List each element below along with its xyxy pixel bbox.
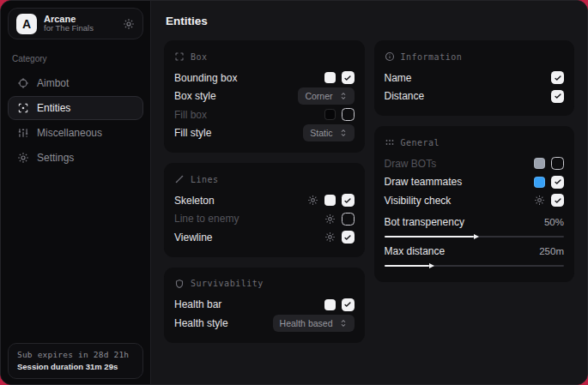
sliders-icon xyxy=(17,127,29,139)
setting-row-bounding-box: Bounding box xyxy=(174,69,355,87)
checkbox-unchecked[interactable] xyxy=(342,108,355,121)
sidebar-item-miscellaneous[interactable]: Miscellaneous xyxy=(8,121,143,145)
setting-row-fill-box: Fill box xyxy=(174,105,355,124)
info-icon xyxy=(385,51,395,62)
checkbox-unchecked[interactable] xyxy=(342,213,355,226)
gear-icon[interactable] xyxy=(324,214,336,225)
sidebar-item-entities[interactable]: Entities xyxy=(8,96,143,120)
setting-row-health-style: Health style Health based xyxy=(174,314,355,333)
card-title: Lines xyxy=(191,175,219,184)
lines-card: Lines Skeleton xyxy=(164,163,365,257)
gear-icon[interactable] xyxy=(534,195,545,206)
bot-transparency-slider-block: Bot transpenency 50% xyxy=(385,214,565,238)
max-distance-slider[interactable] xyxy=(385,265,565,267)
sidebar-item-settings[interactable]: Settings xyxy=(8,146,143,170)
subscription-status-card: Sub expires in 28d 21h Session duration … xyxy=(8,343,143,379)
app-subtitle: for The Finals xyxy=(44,24,94,33)
shield-icon xyxy=(174,279,185,289)
color-swatch[interactable] xyxy=(324,109,336,120)
checkbox-checked[interactable] xyxy=(551,90,564,103)
sidebar-item-aimbot[interactable]: Aimbot xyxy=(8,71,143,95)
setting-row-name: Name xyxy=(385,69,565,87)
main-content: Entities Box Bounding box xyxy=(151,1,587,384)
app-window: A Arcane for The Finals Category Aimbot … xyxy=(0,0,588,385)
setting-row-line-to-enemy: Line to enemy xyxy=(174,210,355,229)
sub-expiry-text: Sub expires in 28d 21h xyxy=(17,350,134,359)
diagonal-line-icon xyxy=(174,174,185,184)
box-card: Box Bounding box Box style xyxy=(164,40,365,153)
setting-row-health-bar: Health bar xyxy=(174,296,355,315)
checkbox-checked[interactable] xyxy=(551,176,564,189)
checkbox-checked[interactable] xyxy=(342,194,355,207)
survivability-card: Survivability Health bar Health style xyxy=(164,268,365,343)
card-title: Survivability xyxy=(191,279,264,288)
setting-row-visibility-check: Visibility check xyxy=(385,191,565,210)
sidebar-category-label: Category xyxy=(12,54,139,63)
bot-transparency-slider[interactable] xyxy=(385,236,565,238)
color-swatch[interactable] xyxy=(534,177,545,188)
setting-row-draw-teammates: Draw teammates xyxy=(385,173,565,192)
color-swatch[interactable] xyxy=(534,158,545,169)
gear-icon[interactable] xyxy=(324,232,336,243)
card-title: Information xyxy=(401,52,463,62)
card-title: Box xyxy=(191,52,208,62)
card-title: General xyxy=(401,138,440,147)
slider-value: 250m xyxy=(539,246,564,256)
setting-row-box-style: Box style Corner xyxy=(174,87,355,106)
information-card: Information Name Distance xyxy=(374,40,575,116)
slider-value: 50% xyxy=(544,217,564,227)
checkbox-checked[interactable] xyxy=(342,231,355,244)
checkbox-checked[interactable] xyxy=(342,71,355,84)
setting-row-draw-bots: Draw BOTs xyxy=(385,154,565,173)
color-swatch[interactable] xyxy=(324,299,336,310)
session-duration-text: Session duration 31m 29s xyxy=(17,362,134,371)
color-swatch[interactable] xyxy=(324,72,336,83)
checkbox-unchecked[interactable] xyxy=(551,157,564,170)
sidebar: A Arcane for The Finals Category Aimbot … xyxy=(1,1,151,384)
checkbox-checked[interactable] xyxy=(342,298,355,311)
setting-row-skeleton: Skeleton xyxy=(174,191,355,210)
grid-dots-icon xyxy=(385,137,395,147)
fill-style-dropdown[interactable]: Static xyxy=(303,124,354,141)
chevrons-up-down-icon xyxy=(339,319,348,328)
gear-icon[interactable] xyxy=(123,18,135,30)
checkbox-checked[interactable] xyxy=(551,194,564,207)
setting-row-distance: Distance xyxy=(385,87,565,106)
sidebar-item-label: Entities xyxy=(37,102,70,114)
setting-row-fill-style: Fill style Static xyxy=(174,124,355,143)
page-title: Entities xyxy=(166,15,574,27)
chevrons-up-down-icon xyxy=(339,92,348,100)
max-distance-slider-block: Max distance 250m xyxy=(385,243,565,267)
gear-icon[interactable] xyxy=(307,195,318,206)
chevrons-up-down-icon xyxy=(339,129,348,137)
sidebar-item-label: Settings xyxy=(37,152,74,164)
box-select-icon xyxy=(17,102,29,114)
gear-icon xyxy=(17,152,29,164)
health-style-dropdown[interactable]: Health based xyxy=(273,315,355,332)
crosshair-icon xyxy=(17,77,29,89)
box-style-dropdown[interactable]: Corner xyxy=(298,87,354,105)
app-logo: A xyxy=(16,14,37,34)
box-corners-icon xyxy=(174,51,185,62)
checkbox-checked[interactable] xyxy=(551,71,564,84)
app-brand-card: A Arcane for The Finals xyxy=(8,8,143,39)
sidebar-item-label: Aimbot xyxy=(37,77,69,89)
slider-thumb[interactable] xyxy=(474,234,479,239)
setting-row-viewline: Viewline xyxy=(174,228,355,247)
sidebar-item-label: Miscellaneous xyxy=(37,127,102,139)
slider-thumb[interactable] xyxy=(429,263,434,268)
color-swatch[interactable] xyxy=(324,195,336,206)
general-card: General Draw BOTs Draw teammates xyxy=(374,126,575,282)
